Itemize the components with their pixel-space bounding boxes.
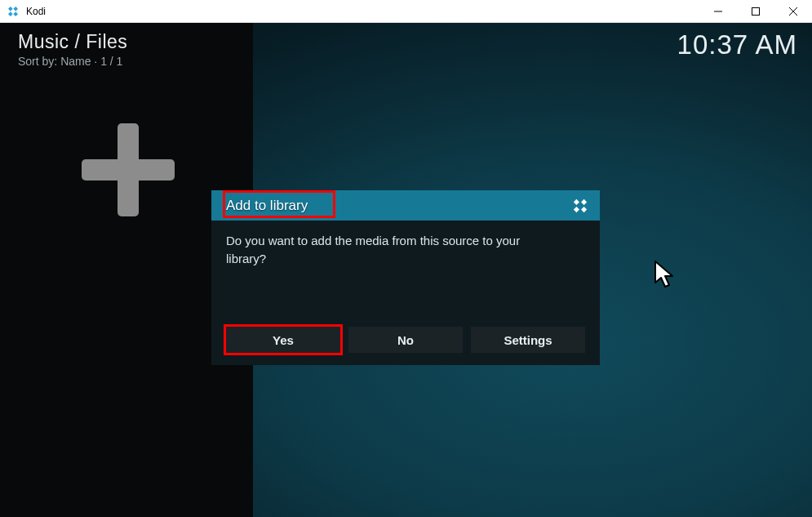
plus-icon <box>82 123 175 216</box>
svg-rect-10 <box>581 207 587 212</box>
svg-rect-7 <box>581 199 587 205</box>
app-client: Music / Files Sort by: Name · 1 / 1 10:3… <box>0 23 812 517</box>
minimize-button[interactable] <box>699 0 737 23</box>
clock: 10:37 AM <box>677 29 797 60</box>
kodi-icon <box>7 5 20 18</box>
window-title: Kodi <box>26 6 46 17</box>
yes-button[interactable]: Yes <box>226 327 340 353</box>
dialog-message: Do you want to add the media from this s… <box>226 232 561 268</box>
maximize-button[interactable] <box>737 0 774 23</box>
add-source-tile[interactable] <box>82 123 175 216</box>
svg-rect-3 <box>13 11 18 16</box>
settings-button[interactable]: Settings <box>471 327 585 353</box>
svg-rect-9 <box>574 199 579 205</box>
dialog-titlebar: Add to library <box>211 190 600 221</box>
header-area: Music / Files Sort by: Name · 1 / 1 <box>18 31 127 68</box>
breadcrumb: Music / Files <box>18 31 127 53</box>
dialog-button-row: Yes No Settings <box>226 327 585 353</box>
svg-rect-4 <box>752 7 760 15</box>
close-button[interactable] <box>774 0 812 23</box>
cursor-icon <box>654 260 677 294</box>
kodi-icon <box>571 197 589 218</box>
window-titlebar: Kodi <box>0 0 812 23</box>
dialog-title: Add to library <box>219 194 315 217</box>
svg-rect-6 <box>82 159 175 181</box>
svg-rect-2 <box>8 6 13 11</box>
dialog-body: Do you want to add the media from this s… <box>211 221 600 365</box>
svg-rect-1 <box>8 11 13 16</box>
add-to-library-dialog: Add to library Do you want to add the me… <box>211 190 600 365</box>
svg-rect-0 <box>13 6 18 11</box>
sort-indicator: Sort by: Name · 1 / 1 <box>18 55 127 68</box>
svg-rect-8 <box>574 207 579 212</box>
no-button[interactable]: No <box>348 327 463 353</box>
